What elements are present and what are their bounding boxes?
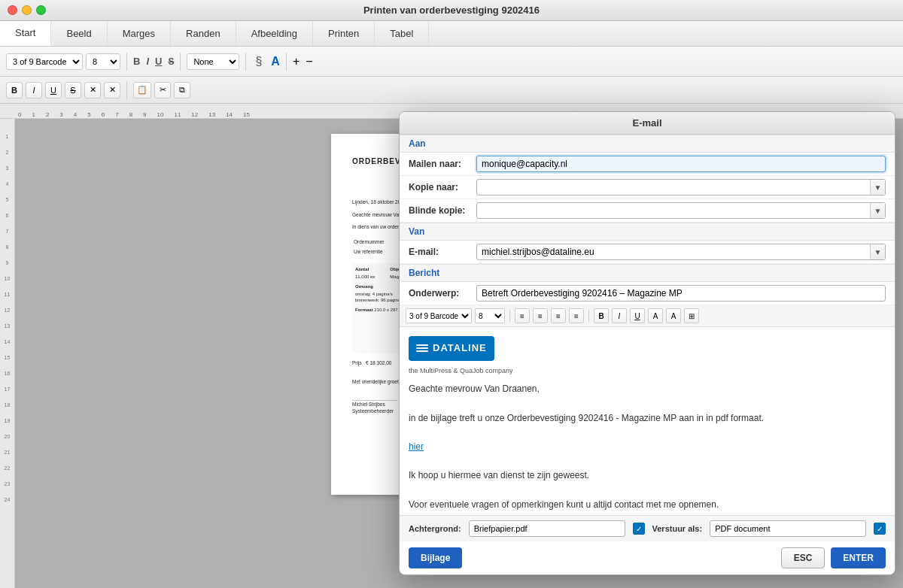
editor-toolbar: 3 of 9 Barcode 8 ≡ ≡ ≡ ≡ B I U A A: [400, 305, 895, 327]
achtergrond-checkbox[interactable]: ✓: [633, 523, 645, 535]
toolbar-sep2: [180, 53, 181, 71]
blinde-kopie-input[interactable]: [477, 205, 870, 216]
dialog-title-bar: E-mail: [400, 112, 895, 135]
editor-highlight[interactable]: A: [666, 308, 681, 323]
editor-bold[interactable]: B: [594, 308, 609, 323]
window-title: Printen van orderbevestiging 9202416: [363, 5, 540, 16]
editor-underline[interactable]: U: [630, 308, 645, 323]
italic-btn[interactable]: I: [146, 56, 149, 67]
email-van-label: E-mail:: [409, 247, 476, 257]
bold-btn[interactable]: B: [133, 56, 140, 67]
editor-align-left[interactable]: ≡: [515, 308, 530, 323]
tab-tabel[interactable]: Tabel: [375, 21, 429, 46]
editor-size-select[interactable]: 8: [475, 308, 505, 323]
dialog-body: Aan Mailen naar: Kopie naar: ▼ Blinde ko…: [400, 135, 895, 574]
editor-align-center[interactable]: ≡: [533, 308, 548, 323]
email-van-dropdown[interactable]: ▼: [870, 244, 885, 259]
email-body[interactable]: DATALINE the MultiPress & QuaJob company…: [400, 327, 895, 515]
maximize-button[interactable]: [36, 5, 46, 15]
bijlage-button[interactable]: Bijlage: [409, 547, 462, 568]
tab-beeld[interactable]: Beeld: [51, 21, 107, 46]
editor-more[interactable]: ⊞: [684, 308, 699, 323]
email-van-input-wrap[interactable]: ▼: [476, 244, 886, 260]
capital-a[interactable]: A: [271, 55, 280, 68]
copy-btn[interactable]: ⧉: [174, 82, 190, 99]
close-btn2[interactable]: ✕: [84, 82, 101, 99]
toolbar-row2: B I U S ✕ ✕ 📋 ✂ ⧉: [0, 77, 903, 104]
strikethrough-btn[interactable]: S: [168, 56, 174, 67]
menu-icon: [416, 343, 428, 353]
verstuur-als-checkbox[interactable]: ✓: [874, 523, 886, 535]
kopie-naar-row: Kopie naar: ▼: [400, 176, 895, 199]
footer-fields-row: Achtergrond: ✓ Verstuur als: ✓: [409, 520, 886, 537]
dialog-title: E-mail: [632, 117, 661, 129]
editor-align-justify[interactable]: ≡: [569, 308, 584, 323]
verstuur-als-select[interactable]: [710, 520, 866, 537]
paste-btn[interactable]: 📋: [133, 82, 151, 99]
editor-italic[interactable]: I: [612, 308, 627, 323]
email-van-row: E-mail: ▼: [400, 241, 895, 264]
minimize-button[interactable]: [22, 5, 32, 15]
toolbar-sep3: [245, 53, 246, 71]
kopie-naar-input[interactable]: [477, 182, 870, 192]
mailen-naar-input[interactable]: [476, 156, 886, 172]
email-greeting: Geachte mevrouw Van Draanen,: [409, 382, 886, 396]
editor-sep2: [588, 310, 589, 322]
enter-button[interactable]: ENTER: [831, 547, 886, 568]
underline-btn2[interactable]: U: [45, 82, 62, 99]
zoom-plus[interactable]: +: [293, 55, 299, 68]
email-hier-link[interactable]: hier: [409, 441, 424, 452]
strikethrough-btn2[interactable]: S: [65, 82, 81, 99]
tab-printen[interactable]: Printen: [313, 21, 375, 46]
kopie-naar-dropdown[interactable]: ▼: [870, 180, 885, 195]
esc-button[interactable]: ESC: [781, 547, 825, 568]
tab-randen[interactable]: Randen: [171, 21, 236, 46]
blinde-kopie-row: Blinde kopie: ▼: [400, 199, 895, 223]
email-dialog: E-mail Aan Mailen naar: Kopie naar: ▼: [399, 111, 895, 575]
dialog-buttons: Bijlage ESC ENTER: [400, 541, 895, 574]
close-button[interactable]: [8, 5, 17, 15]
tab-start[interactable]: Start: [0, 21, 51, 46]
section-aan: Aan: [400, 135, 895, 153]
achtergrond-select[interactable]: [469, 520, 625, 537]
onderwerp-input[interactable]: [476, 285, 886, 302]
font-select[interactable]: 3 of 9 Barcode: [6, 53, 83, 70]
email-paragraph1: in de bijlage treft u onze Orderbevestig…: [409, 411, 886, 426]
zoom-minus[interactable]: −: [306, 55, 312, 68]
editor-align-right[interactable]: ≡: [551, 308, 566, 323]
mailen-naar-row: Mailen naar:: [400, 153, 895, 176]
email-paragraph3: Voor eventuele vragen of opmerkingen kun…: [409, 498, 886, 512]
menu-tabs: Start Beeld Marges Randen Afbeelding Pri…: [0, 21, 903, 47]
main-area: 1 2 3 4 5 6 7 8 9 10 11 12 13 14 15 16 1…: [0, 104, 903, 588]
title-bar: Printen van orderbevestiging 9202416: [0, 0, 903, 21]
italic-btn2[interactable]: I: [26, 82, 42, 99]
onderwerp-label: Onderwerp:: [409, 288, 476, 299]
toolbar-row1: 3 of 9 Barcode 8 B I U S None § A + −: [0, 47, 903, 77]
email-van-input[interactable]: [477, 247, 870, 257]
email-logo: DATALINE: [409, 336, 494, 361]
blinde-kopie-dropdown[interactable]: ▼: [870, 203, 885, 218]
kopie-naar-input-wrap[interactable]: ▼: [476, 179, 886, 195]
tab-afbeelding[interactable]: Afbeelding: [236, 21, 313, 46]
underline-btn[interactable]: U: [155, 56, 162, 67]
section-van: Van: [400, 223, 895, 241]
cut-btn[interactable]: ✂: [154, 82, 171, 99]
editor-font-select[interactable]: 3 of 9 Barcode: [406, 308, 472, 323]
tab-marges[interactable]: Marges: [108, 21, 171, 46]
achtergrond-label: Achtergrond:: [409, 524, 461, 533]
kopie-naar-label: Kopie naar:: [409, 182, 476, 192]
editor-font-color[interactable]: A: [648, 308, 663, 323]
toolbar-sep4: [286, 53, 287, 71]
mailen-naar-label: Mailen naar:: [409, 159, 476, 169]
section-bericht: Bericht: [400, 264, 895, 282]
size-select[interactable]: 8: [86, 53, 120, 70]
section-symbol[interactable]: §: [255, 55, 262, 68]
window-controls[interactable]: [8, 5, 46, 15]
bold-btn2[interactable]: B: [6, 82, 23, 99]
achtergrond-input[interactable]: [470, 524, 625, 533]
blinde-kopie-input-wrap[interactable]: ▼: [476, 202, 886, 219]
close-btn3[interactable]: ✕: [104, 82, 120, 99]
verstuur-als-input[interactable]: [710, 524, 865, 533]
email-link: hier: [409, 440, 886, 454]
align-select[interactable]: None: [187, 53, 239, 70]
